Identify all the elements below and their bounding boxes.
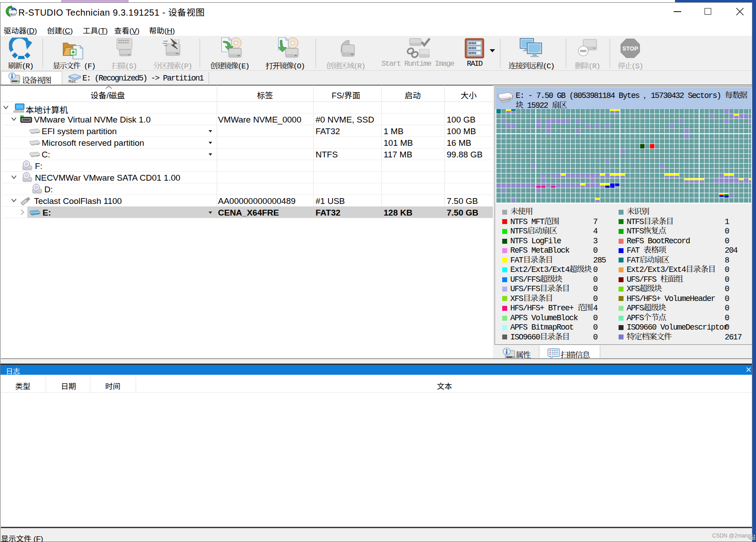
svg-text:STOP: STOP <box>622 45 638 52</box>
